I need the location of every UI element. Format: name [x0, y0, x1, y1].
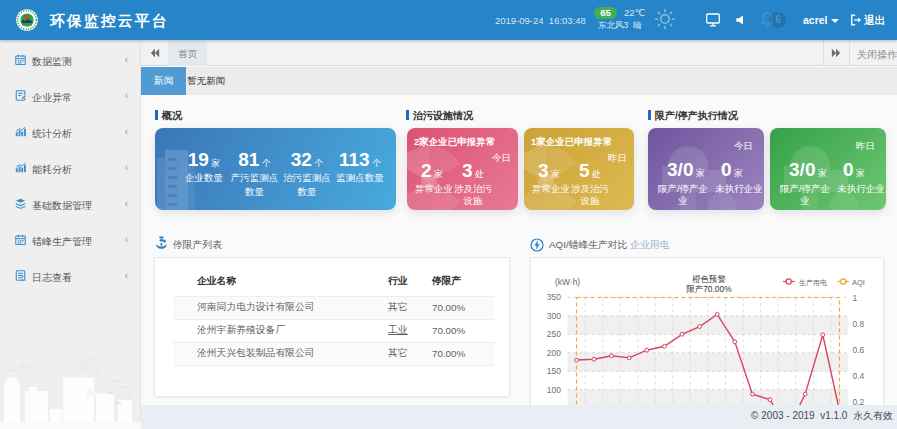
svg-text:0.8: 0.8: [853, 319, 865, 329]
svg-text:生产用电: 生产用电: [799, 279, 827, 287]
svg-text:限产70.00%: 限产70.00%: [686, 284, 732, 294]
svg-text:300: 300: [547, 311, 561, 321]
svg-text:150: 150: [547, 366, 561, 376]
svg-text:200: 200: [547, 348, 561, 358]
svg-text:100: 100: [547, 385, 561, 395]
svg-text:0.6: 0.6: [853, 345, 865, 355]
svg-text:AQI: AQI: [852, 278, 865, 287]
svg-text:0.4: 0.4: [853, 371, 865, 381]
svg-text:1: 1: [853, 293, 858, 303]
svg-text:(kW·h): (kW·h): [555, 277, 580, 287]
svg-text:350: 350: [547, 292, 561, 302]
svg-text:250: 250: [547, 329, 561, 339]
svg-text:橙色预警: 橙色预警: [692, 274, 726, 284]
